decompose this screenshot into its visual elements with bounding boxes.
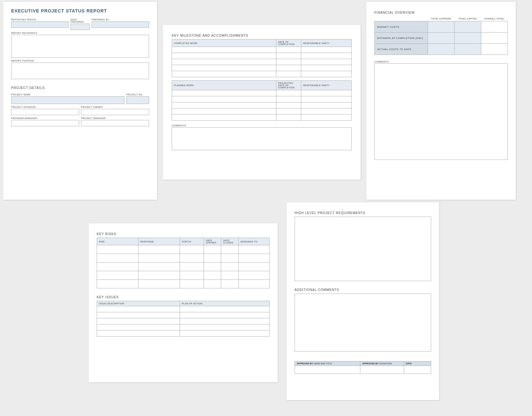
responsible-header-2: RESPONSIBLE PARTY [301,81,352,90]
completed-work-header: COMPLETED WORK [172,40,276,47]
budget-costs-label: BUDGET COSTS [375,21,428,33]
recipients-label: REPORT RECIPIENTS [11,32,149,34]
project-owner-label: PROJECT OWNER [81,106,149,108]
prepared-by-input[interactable] [92,21,149,28]
key-issues-title: KEY ISSUES [97,295,270,299]
approval-date-header: DATE [404,361,431,366]
hlpr-title: HIGH LEVEL PROJECT REQUIREMENTS [295,211,431,215]
table-row[interactable] [172,71,352,77]
program-manager-label: PROGRAM MANAGER [11,117,79,119]
additional-comments-input[interactable] [295,293,431,352]
project-no-input[interactable] [126,96,149,104]
status-header: STATUS [180,238,204,245]
card-requirements: HIGH LEVEL PROJECT REQUIREMENTS ADDITION… [287,202,439,400]
report-title: EXECUTIVE PROJECT STATUS REPORT [11,8,149,13]
planned-work-header: PLANNED WORK [172,81,276,90]
table-row[interactable] [172,65,352,71]
project-manager-input[interactable] [81,120,149,126]
table-row[interactable] [97,254,270,263]
date-prepared-label: DATE PREPARED [71,19,90,23]
date-closed-header: DATE CLOSED [221,238,238,245]
milestone-comments-input[interactable] [172,127,352,150]
date-prepared-input[interactable] [71,24,90,30]
table-row[interactable]: ACTUAL COSTS TO DATE [375,44,508,55]
project-details-title: PROJECT DETAILS [11,86,149,90]
table-row[interactable] [172,59,352,65]
approved-signature-header: APPROVED BY SIGNATURE [360,361,404,366]
table-row[interactable] [97,280,270,288]
table-row[interactable] [172,90,352,96]
table-row[interactable] [97,263,270,271]
prepared-by-label: PREPARED BY [92,19,149,21]
project-name-input[interactable] [11,96,124,104]
table-row[interactable] [172,108,352,115]
eac-label: ESTIMATE AT COMPLETION (EAC) [375,33,428,44]
additional-comments-title: ADDITIONAL COMMENTS [295,288,431,292]
table-row[interactable]: ESTIMATE AT COMPLETION (EAC) [375,33,508,44]
hlpr-input[interactable] [295,217,431,281]
risks-table[interactable]: RISK RESPONSE STATUS DATE OPENED DATE CL… [97,238,270,288]
total-capital-header: TOTAL CAPITAL [454,16,481,21]
milestones-title: KEY MILESTONE AND ACCOMPLISHMENTS [172,34,352,37]
financial-table[interactable]: TOTAL EXPENSE TOTAL CAPITAL OVERALL TOTA… [374,16,508,55]
card-executive-report: EXECUTIVE PROJECT STATUS REPORT REPORTIN… [3,2,157,200]
purpose-label: REPORT PURPOSE [11,60,149,62]
recipients-input[interactable] [11,35,149,58]
table-row[interactable] [97,318,270,324]
table-row[interactable] [97,271,270,280]
purpose-input[interactable] [11,63,149,79]
project-name-label: PROJECT NAME [11,93,124,96]
financial-title: FINANCIAL OVERVIEW [374,11,508,14]
completed-work-table[interactable]: COMPLETED WORK DATE OF COMPLETION RESPON… [172,39,352,77]
approved-name-header: APPROVED BY NAME AND TITLE [295,361,360,366]
project-owner-input[interactable] [81,109,149,115]
key-risks-title: KEY RISKS [97,232,270,236]
table-row[interactable] [172,53,352,59]
project-sponsor-input[interactable] [11,109,79,115]
table-row[interactable] [97,306,270,312]
response-header: RESPONSE [138,238,180,245]
project-sponsor-label: PROJECT SPONSOR [11,106,79,108]
table-row[interactable] [172,102,352,108]
table-row[interactable] [172,96,352,102]
date-opened-header: DATE OPENED [204,238,221,245]
milestone-comments-label: COMMENTS [172,124,352,127]
date-completion-header: DATE OF COMPLETION [276,40,301,47]
approval-table[interactable]: APPROVED BY NAME AND TITLE APPROVED BY S… [295,361,431,374]
card-milestones: KEY MILESTONE AND ACCOMPLISHMENTS COMPLE… [163,25,361,180]
assigned-to-header: ASSIGNED TO [238,238,269,245]
reporting-period-input[interactable] [11,21,69,28]
responsible-header-1: RESPONSIBLE PARTY [301,40,352,47]
actual-costs-label: ACTUAL COSTS TO DATE [375,44,428,55]
reporting-period-label: REPORTING PERIOD [11,19,69,21]
table-row[interactable] [97,324,270,331]
planned-work-table[interactable]: PLANNED WORK PROJECTED DATE OF COMPLETIO… [172,80,352,121]
risk-header: RISK [97,238,139,245]
financial-comments-label: COMMENTS [374,61,508,63]
issues-table[interactable]: ISSUE DESCRIPTION PLAN OF ACTION [97,301,270,337]
financial-comments-input[interactable] [374,63,508,160]
total-expense-header: TOTAL EXPENSE [428,16,454,21]
table-row[interactable] [172,47,352,53]
issue-desc-header: ISSUE DESCRIPTION [97,301,180,306]
table-row[interactable] [295,366,431,374]
program-manager-input[interactable] [11,120,79,126]
card-risks-issues: KEY RISKS RISK RESPONSE STATUS DATE OPEN… [89,223,278,382]
table-row[interactable] [97,331,270,337]
project-no-label: PROJECT NO. [126,93,149,96]
table-row[interactable] [172,115,352,121]
table-row[interactable] [97,312,270,318]
plan-action-header: PLAN OF ACTION [180,301,269,306]
table-row[interactable] [97,245,270,254]
table-row[interactable]: BUDGET COSTS [375,21,508,33]
card-financial: FINANCIAL OVERVIEW TOTAL EXPENSE TOTAL C… [366,2,516,200]
overall-total-header: OVERALL TOTAL [481,16,507,21]
projected-date-header: PROJECTED DATE OF COMPLETION [276,81,301,90]
project-manager-label: PROJECT MANAGER [81,117,149,119]
